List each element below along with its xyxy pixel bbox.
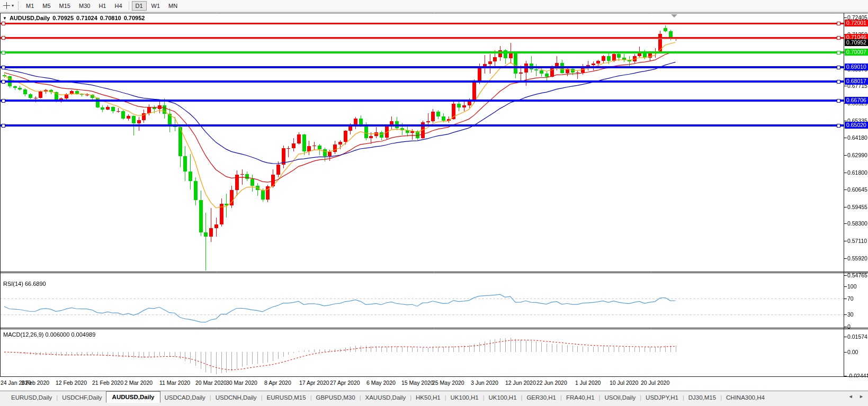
price-tick-label: 0.60645 — [847, 186, 867, 193]
chart-tab-hk50-h1[interactable]: HK50,H1 — [412, 393, 444, 402]
timeframe-button-mn[interactable]: MN — [165, 1, 181, 11]
trading-terminal: ▾ M1M5M15M30H1H4D1W1MN ▼AUDUSD,Daily0.70… — [0, 0, 868, 406]
toolbar-grip[interactable] — [18, 2, 19, 10]
chart-tab-usdcnh-daily[interactable]: USDCNH,Daily — [212, 393, 261, 402]
timeframe-button-w1[interactable]: W1 — [148, 1, 164, 11]
timeframe-toolbar: ▾ M1M5M15M30H1H4D1W1MN — [0, 0, 868, 12]
current-price-label: 0.70952 — [845, 39, 868, 46]
price-tick-label: 0.55920 — [847, 255, 867, 261]
ohlc-open: 0.70925 — [52, 15, 74, 21]
date-tick-label: 12 Feb 2020 — [56, 380, 87, 386]
macd-tick-label: 0.00 — [847, 349, 858, 355]
chart-tab-dj30-m15[interactable]: DJ30,M15 — [685, 393, 720, 402]
date-tick-label: 20 Mar 2020 — [195, 380, 227, 386]
date-tick-label: 10 Jul 2020 — [610, 380, 638, 386]
chart-tab-fra40-h1[interactable]: FRA40,H1 — [562, 393, 598, 402]
chart-tab-uk100-h1[interactable]: UK100,H1 — [447, 393, 482, 402]
chart-tab-ger30-h1[interactable]: GER30,H1 — [523, 393, 560, 402]
date-tick-label: 11 Mar 2020 — [159, 380, 190, 386]
timeframe-button-m15[interactable]: M15 — [56, 1, 74, 11]
dropdown-caret-icon[interactable]: ▾ — [12, 3, 14, 8]
date-tick-label: 21 Feb 2020 — [92, 380, 123, 386]
line-price-label: 0.65020 — [845, 122, 868, 129]
ohlc-close: 0.70952 — [124, 15, 145, 21]
chart-canvas[interactable] — [0, 13, 868, 377]
date-tick-label: 20 Jul 2020 — [641, 380, 669, 386]
date-tick-label: 22 Jun 2020 — [536, 380, 567, 386]
line-price-label: 0.69010 — [845, 64, 868, 70]
rsi-tick-label: 30 — [847, 311, 854, 318]
date-tick-label: 17 Apr 2020 — [299, 380, 329, 386]
line-price-label: 0.68017 — [845, 78, 868, 85]
timeframe-button-h1[interactable]: H1 — [95, 1, 110, 11]
chart-tab-eurusd-m15[interactable]: EURUSD,M15 — [263, 393, 309, 402]
price-tick-label: 0.59455 — [847, 204, 867, 210]
chart-tab-audusd-daily[interactable]: AUDUSD,Daily — [106, 391, 161, 403]
date-tick-label: 25 May 2020 — [432, 380, 464, 386]
crosshair-icon — [3, 2, 10, 9]
chart-tab-usdcad-daily[interactable]: USDCAD,Daily — [160, 393, 209, 402]
chart-tab-bar: EURUSD,Daily|USDCHF,DailyAUDUSD,DailyUSD… — [0, 391, 868, 406]
chart-window: ▼AUDUSD,Daily0.709250.710240.708100.7095… — [0, 13, 868, 377]
chart-title: ▼AUDUSD,Daily0.709250.710240.708100.7095… — [3, 15, 145, 21]
tab-scroll-left-icon[interactable]: ◄ — [848, 394, 853, 399]
tab-scroll-arrows: ◄ ► — [844, 394, 864, 399]
macd-tick-label: 0.015741 — [847, 333, 868, 340]
price-tick-label: 0.54765 — [847, 272, 867, 278]
tab-scroll-right-icon[interactable]: ► — [859, 394, 864, 399]
date-tick-label: 12 Jun 2020 — [505, 380, 536, 386]
ohlc-high: 0.71024 — [76, 15, 97, 21]
time-scale[interactable]: 24 Jan 20203 Feb 202012 Feb 202021 Feb 2… — [0, 377, 868, 391]
timeframe-button-d1[interactable]: D1 — [132, 1, 147, 11]
chart-tab-china300-h4[interactable]: CHINA300,H4 — [722, 393, 768, 402]
timeframe-button-m5[interactable]: M5 — [39, 1, 54, 11]
date-tick-label: 2 Mar 2020 — [124, 380, 153, 386]
chart-tabs: EURUSD,Daily|USDCHF,DailyAUDUSD,DailyUSD… — [7, 391, 768, 403]
price-tick-label: 0.61800 — [847, 169, 867, 176]
macd-indicator-label: MACD(12,26,9) 0.006000 0.004989 — [3, 331, 95, 338]
chart-tab-usdchf-daily[interactable]: USDCHF,Daily — [58, 393, 105, 402]
date-tick-label: 6 May 2020 — [366, 380, 396, 386]
cursor-tool-button[interactable]: ▾ — [0, 2, 16, 9]
date-tick-label: 15 May 2020 — [401, 380, 434, 386]
ohlc-low: 0.70810 — [100, 15, 121, 21]
date-tick-label: 3 Feb 2020 — [21, 380, 49, 386]
timeframe-buttons: M1M5M15M30H1H4D1W1MN — [22, 1, 182, 11]
rsi-tick-label: 70 — [847, 295, 854, 302]
rsi-tick-label: 0 — [847, 323, 851, 330]
line-price-label: 0.70007 — [845, 49, 868, 56]
date-tick-label: 1 Jul 2020 — [575, 380, 601, 386]
line-price-label: 0.72001 — [845, 20, 868, 26]
price-tick-label: 0.64180 — [847, 134, 867, 141]
date-tick-label: 30 Mar 2020 — [226, 380, 257, 386]
price-tick-label: 0.57110 — [847, 238, 867, 244]
date-tick-label: 8 Apr 2020 — [264, 380, 291, 386]
chart-symbol-label: AUDUSD,Daily — [10, 15, 50, 21]
rsi-indicator-label: RSI(14) 66.6890 — [3, 281, 46, 287]
rsi-tick-label: 100 — [847, 283, 857, 290]
chart-tab-eurusd-daily[interactable]: EURUSD,Daily — [7, 393, 56, 402]
chart-tab-usoil-daily[interactable]: USOil,Daily — [601, 393, 639, 402]
symbol-dropdown-icon[interactable]: ▼ — [3, 16, 7, 21]
timeframe-button-m1[interactable]: M1 — [22, 1, 38, 11]
price-tick-label: 0.58300 — [847, 220, 867, 227]
price-tick-label: 0.62990 — [847, 152, 867, 158]
line-price-label: 0.66706 — [845, 97, 868, 104]
date-tick-label: 3 Jun 2020 — [471, 380, 498, 386]
chart-tab-gbpusd-m30[interactable]: GBPUSD,M30 — [312, 393, 359, 402]
chart-tab-usdjpy-h1[interactable]: USDJPY,H1 — [642, 393, 682, 402]
chart-tab-xauusd-daily[interactable]: XAUUSD,Daily — [361, 393, 409, 402]
chart-tab-uk100-h1[interactable]: UK100,H1 — [485, 393, 520, 402]
timeframe-button-m30[interactable]: M30 — [75, 1, 94, 11]
toolbar-separator — [129, 2, 129, 10]
date-tick-label: 27 Apr 2020 — [330, 380, 360, 386]
timeframe-button-h4[interactable]: H4 — [111, 1, 126, 11]
